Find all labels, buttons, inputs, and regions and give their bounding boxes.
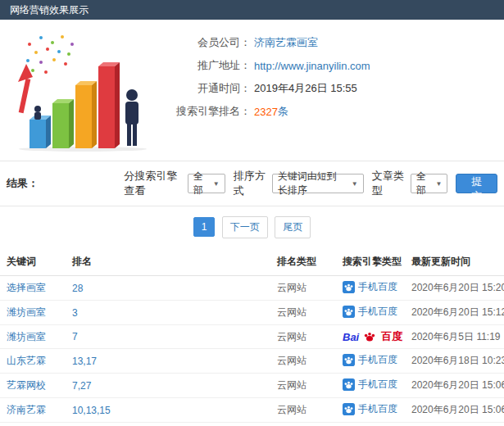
rank-type: 云网站 bbox=[270, 423, 338, 426]
mobile-baidu-icon bbox=[343, 281, 355, 293]
account-info-form: 会员公司： 济南艺霖画室 推广地址： http://www.jinanyilin… bbox=[152, 29, 370, 152]
rank-type: 云网站 bbox=[270, 398, 338, 423]
keyword-link[interactable]: 济南艺霖 bbox=[7, 404, 46, 415]
keyword-link[interactable]: 潍坊画室 bbox=[7, 331, 46, 342]
engine-rank-row: 搜索引擎排名： 2327 条 bbox=[152, 100, 370, 123]
engine-rank-label: 搜索引擎排名： bbox=[152, 104, 251, 119]
engine-label: 手机百度 bbox=[358, 378, 397, 392]
sort-value: 关键词由短到长排序 bbox=[278, 170, 345, 197]
rank-link[interactable]: 28 bbox=[72, 283, 83, 294]
page-title: 网络营销效果展示 bbox=[10, 4, 89, 16]
filter-bar: 结果： 分搜索引擎查看 全部 ▼ 排序方式 关键词由短到长排序 ▼ 文章类型 全… bbox=[0, 161, 504, 206]
table-row: 潍坊画室 7 云网站 Bai百度 2020年6月5日 11:19 bbox=[0, 325, 504, 349]
update-time: 2020年6月20日 15:06 bbox=[405, 374, 504, 398]
mobile-baidu-icon bbox=[343, 403, 355, 415]
update-time: 2020年6月20日 15:03 bbox=[405, 423, 504, 426]
baidu-logo-cn: 百度 bbox=[381, 329, 402, 344]
bar-orange bbox=[75, 81, 97, 148]
rank-link[interactable]: 7,27 bbox=[72, 380, 91, 392]
mobile-baidu-icon bbox=[343, 306, 355, 318]
mobile-baidu-icon bbox=[343, 354, 355, 366]
mobile-baidu-icon bbox=[343, 378, 355, 391]
confetti-dots bbox=[26, 35, 74, 74]
table-row: 威海画室 13 云网站 手机百度 2020年6月20日 15:03 bbox=[0, 423, 504, 426]
engine-label: 手机百度 bbox=[358, 305, 397, 319]
col-engine-type: 搜索引擎类型 bbox=[338, 248, 405, 276]
rank-type: 云网站 bbox=[270, 374, 338, 398]
rank-link[interactable]: 13,17 bbox=[72, 356, 97, 367]
table-header-row: 关键词 排名 排名类型 搜索引擎类型 最新更新时间 bbox=[0, 248, 504, 276]
promo-url-link[interactable]: http://www.jinanyilin.com bbox=[254, 60, 370, 72]
table-row: 潍坊画室 3 云网站 手机百度 2020年6月20日 15:12 bbox=[0, 301, 504, 325]
keyword-link[interactable]: 山东艺霖 bbox=[7, 355, 46, 366]
rank-link[interactable]: 3 bbox=[72, 307, 78, 319]
keyword-link[interactable]: 选择画室 bbox=[7, 282, 46, 293]
engine-rank-count: 2327 bbox=[254, 106, 278, 118]
col-update-time: 最新更新时间 bbox=[405, 248, 504, 276]
update-time: 2020年6月5日 11:19 bbox=[405, 325, 504, 349]
col-rank-type: 排名类型 bbox=[270, 248, 338, 276]
table-row: 选择画室 28 云网站 手机百度 2020年6月20日 15:20 bbox=[0, 276, 504, 301]
last-page-button[interactable]: 尾页 bbox=[275, 216, 311, 238]
company-row: 会员公司： 济南艺霖画室 bbox=[152, 31, 370, 54]
results-table: 关键词 排名 排名类型 搜索引擎类型 最新更新时间 选择画室 28 云网站 手机… bbox=[0, 248, 504, 426]
sort-select[interactable]: 关键词由短到长排序 ▼ bbox=[272, 174, 364, 193]
promo-url-row: 推广地址： http://www.jinanyilin.com bbox=[152, 54, 370, 77]
engine-label: 手机百度 bbox=[358, 402, 397, 416]
pagination: 1 下一页 尾页 bbox=[0, 206, 504, 248]
rank-link[interactable]: 7 bbox=[72, 331, 78, 342]
col-keyword: 关键词 bbox=[0, 248, 66, 276]
col-rank: 排名 bbox=[66, 248, 270, 276]
page-button-current[interactable]: 1 bbox=[193, 217, 216, 237]
chevron-down-icon: ▼ bbox=[352, 180, 358, 188]
engine-link[interactable]: 手机百度 bbox=[343, 378, 397, 392]
bar-blue bbox=[30, 116, 51, 148]
chevron-down-icon: ▼ bbox=[436, 180, 443, 188]
rank-type: 云网站 bbox=[270, 349, 338, 374]
engine-filter-select[interactable]: 全部 ▼ bbox=[188, 174, 225, 193]
bar-green bbox=[52, 99, 74, 148]
baidu-logo-link[interactable]: Bai百度 bbox=[343, 329, 402, 344]
open-time-label: 开通时间： bbox=[152, 81, 251, 96]
engine-link[interactable]: 手机百度 bbox=[343, 402, 397, 416]
promo-url-label: 推广地址： bbox=[152, 58, 251, 73]
update-time: 2020年6月20日 15:06 bbox=[405, 398, 504, 423]
baidu-logo-latin: Bai bbox=[343, 331, 359, 343]
keyword-link[interactable]: 艺霖网校 bbox=[7, 379, 46, 391]
rank-link[interactable]: 10,13,15 bbox=[72, 405, 111, 416]
small-person-figure bbox=[34, 106, 41, 120]
businessman-figure bbox=[125, 89, 138, 146]
engine-rank-unit: 条 bbox=[278, 104, 288, 119]
engine-link[interactable]: 手机百度 bbox=[343, 353, 397, 367]
article-type-value: 全部 bbox=[416, 170, 429, 197]
engine-filter-value: 全部 bbox=[193, 170, 207, 197]
account-info-section: 会员公司： 济南艺霖画室 推广地址： http://www.jinanyilin… bbox=[0, 20, 504, 161]
keyword-link[interactable]: 潍坊画室 bbox=[7, 306, 46, 318]
update-time: 2020年6月18日 10:23 bbox=[405, 349, 504, 374]
open-time-value: 2019年4月26日 15:55 bbox=[254, 81, 357, 96]
submit-button[interactable]: 提交 bbox=[456, 174, 497, 193]
article-type-select[interactable]: 全部 ▼ bbox=[411, 174, 448, 193]
next-page-button[interactable]: 下一页 bbox=[222, 216, 268, 238]
sort-label: 排序方式 bbox=[234, 169, 267, 198]
title-bar: 网络营销效果展示 bbox=[0, 0, 504, 20]
bar-red bbox=[98, 62, 120, 148]
chevron-down-icon: ▼ bbox=[213, 180, 220, 188]
article-type-label: 文章类型 bbox=[372, 169, 406, 198]
table-row: 山东艺霖 13,17 云网站 手机百度 2020年6月18日 10:23 bbox=[0, 349, 504, 374]
page: 网络营销效果展示 bbox=[0, 0, 504, 426]
rank-type: 云网站 bbox=[270, 276, 338, 301]
result-label: 结果： bbox=[7, 176, 124, 191]
table-row: 艺霖网校 7,27 云网站 手机百度 2020年6月20日 15:06 bbox=[0, 374, 504, 398]
bar-chart-illustration bbox=[5, 29, 152, 152]
open-time-row: 开通时间： 2019年4月26日 15:55 bbox=[152, 77, 370, 100]
update-time: 2020年6月20日 15:20 bbox=[405, 276, 504, 301]
engine-label: 手机百度 bbox=[358, 280, 397, 294]
engine-link[interactable]: 手机百度 bbox=[343, 305, 397, 319]
company-link[interactable]: 济南艺霖画室 bbox=[254, 35, 318, 50]
up-arrow bbox=[18, 64, 33, 113]
baidu-paw-icon bbox=[363, 330, 376, 343]
engine-link[interactable]: 手机百度 bbox=[343, 280, 397, 294]
company-label: 会员公司： bbox=[152, 35, 251, 50]
engine-label: 手机百度 bbox=[358, 353, 397, 367]
